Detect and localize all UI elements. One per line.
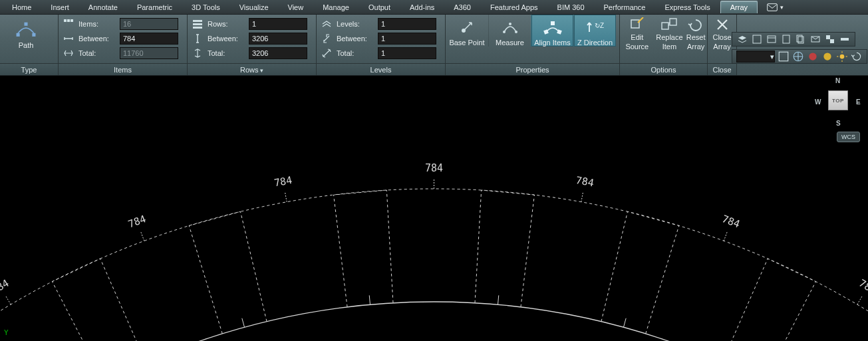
notifications-icon[interactable]: ▾ — [767, 3, 784, 11]
tab-view[interactable]: View — [279, 1, 314, 13]
tab-home[interactable]: Home — [3, 1, 41, 13]
levels-between-label: Between: — [337, 35, 374, 43]
levels-count-label: Levels: — [337, 20, 374, 28]
edit-source-button[interactable]: Edit Source — [620, 15, 654, 51]
tab-array[interactable]: Array — [720, 1, 758, 13]
visual-style-icon[interactable] — [778, 51, 790, 62]
svg-point-33 — [809, 53, 816, 60]
qat-page-icon[interactable] — [780, 33, 792, 45]
svg-line-61 — [369, 295, 370, 304]
qat-window-icon[interactable] — [766, 33, 778, 45]
svg-point-12 — [509, 23, 511, 25]
tab-visualize[interactable]: Visualize — [230, 1, 279, 13]
svg-line-72 — [857, 295, 863, 304]
svg-point-34 — [823, 53, 831, 60]
wcs-badge[interactable]: WCS — [837, 132, 860, 142]
tab-featured-apps[interactable]: Featured Apps — [481, 1, 548, 13]
tab-insert[interactable]: Insert — [41, 1, 79, 13]
base-point-label: Base Point — [449, 39, 484, 47]
items-count-label: Items: — [78, 20, 116, 28]
yellow-sphere-icon[interactable] — [821, 51, 833, 62]
svg-rect-4 — [64, 19, 67, 22]
edit-source-label2: Source — [625, 43, 649, 51]
viewcube-south[interactable]: S — [836, 120, 841, 127]
replace-item-button[interactable]: Replace Item — [654, 15, 685, 51]
qat-palette-icon[interactable] — [824, 33, 836, 45]
qat-copy-icon[interactable] — [795, 33, 807, 45]
view-cube[interactable]: N S W E TOP — [813, 78, 863, 128]
tab-performance[interactable]: Performance — [595, 1, 656, 13]
svg-line-54 — [5, 295, 11, 304]
items-total-input[interactable] — [120, 47, 178, 59]
measure-button[interactable]: Measure — [488, 15, 531, 47]
svg-line-67 — [623, 318, 626, 328]
layer-dropdown[interactable]: ▾ — [736, 51, 775, 62]
svg-text:784: 784 — [273, 174, 293, 189]
items-between-label: Between: — [78, 35, 116, 43]
svg-rect-22 — [768, 36, 776, 43]
sun-icon[interactable] — [836, 51, 848, 62]
svg-rect-15 — [551, 21, 555, 25]
tab-a360[interactable]: A360 — [444, 1, 481, 13]
items-count-input[interactable] — [120, 18, 178, 30]
levels-between-icon — [321, 33, 333, 44]
reset-array-button[interactable]: Reset Array — [684, 15, 707, 51]
rows-total-input[interactable] — [249, 47, 307, 59]
z-direction-button[interactable]: ↻Z Z Direction — [573, 15, 616, 47]
tab-3d-tools[interactable]: 3D Tools — [182, 1, 230, 13]
svg-rect-31 — [779, 52, 788, 61]
svg-rect-20 — [670, 19, 676, 25]
svg-rect-5 — [67, 19, 70, 22]
qat-layers-icon[interactable] — [736, 33, 748, 45]
levels-total-label: Total: — [337, 49, 374, 57]
svg-rect-24 — [783, 35, 790, 43]
panel-options-title: Options — [620, 63, 707, 75]
qat-more-icon[interactable] — [809, 33, 821, 45]
svg-rect-6 — [71, 19, 73, 22]
qat-layer-icon[interactable] — [839, 33, 851, 45]
svg-rect-0 — [768, 3, 778, 11]
rows-total-label: Total: — [208, 49, 245, 57]
items-total-icon — [63, 48, 74, 58]
tab-parametric[interactable]: Parametric — [128, 1, 182, 13]
replace-item-label2: Item — [662, 43, 676, 51]
path-array-button[interactable]: Path — [0, 15, 52, 49]
rows-count-input[interactable] — [249, 18, 307, 30]
tab-manage[interactable]: Manage — [313, 1, 359, 13]
tab-express-tools[interactable]: Express Tools — [656, 1, 720, 13]
globe-icon[interactable] — [792, 51, 804, 62]
panel-items: Items: Between: Total: Items — [59, 15, 188, 75]
panel-rows-title[interactable]: Rows — [188, 63, 316, 75]
viewcube-west[interactable]: W — [815, 98, 821, 106]
reset-icon[interactable] — [851, 51, 863, 62]
measure-label: Measure — [496, 39, 524, 47]
panel-options: Edit Source Replace Item Reset Array Opt… — [620, 15, 708, 75]
svg-text:784: 784 — [425, 162, 443, 174]
viewcube-east[interactable]: E — [856, 98, 861, 106]
svg-point-11 — [503, 31, 506, 33]
red-sphere-icon[interactable] — [807, 51, 819, 62]
svg-rect-2 — [24, 23, 27, 26]
items-between-input[interactable] — [120, 33, 178, 45]
levels-total-input[interactable] — [378, 47, 436, 59]
qat-box-icon[interactable] — [751, 33, 763, 45]
tab-add-ins[interactable]: Add-ins — [400, 1, 444, 13]
align-items-button[interactable]: Align Items — [531, 15, 573, 47]
levels-between-input[interactable] — [378, 33, 436, 45]
base-point-button[interactable]: Base Point — [446, 15, 488, 47]
model-space-canvas[interactable]: 7847847847847847847847847847847847847847… — [0, 76, 868, 341]
tab-output[interactable]: Output — [359, 1, 400, 13]
tab-annotate[interactable]: Annotate — [79, 1, 128, 13]
rows-between-input[interactable] — [249, 33, 307, 45]
svg-text:784: 784 — [126, 213, 148, 230]
panel-levels-title: Levels — [317, 63, 445, 75]
viewcube-top-face[interactable]: TOP — [828, 90, 848, 110]
tab-bim-360[interactable]: BIM 360 — [548, 1, 595, 13]
close-label2: Array — [713, 43, 730, 51]
svg-line-66 — [581, 191, 583, 202]
levels-count-input[interactable] — [378, 18, 436, 30]
reset-array-label1: Reset — [686, 33, 706, 41]
viewcube-north[interactable]: N — [835, 77, 840, 84]
panel-rows: Rows: Between: Total: Rows — [188, 15, 317, 75]
svg-line-60 — [285, 191, 287, 202]
